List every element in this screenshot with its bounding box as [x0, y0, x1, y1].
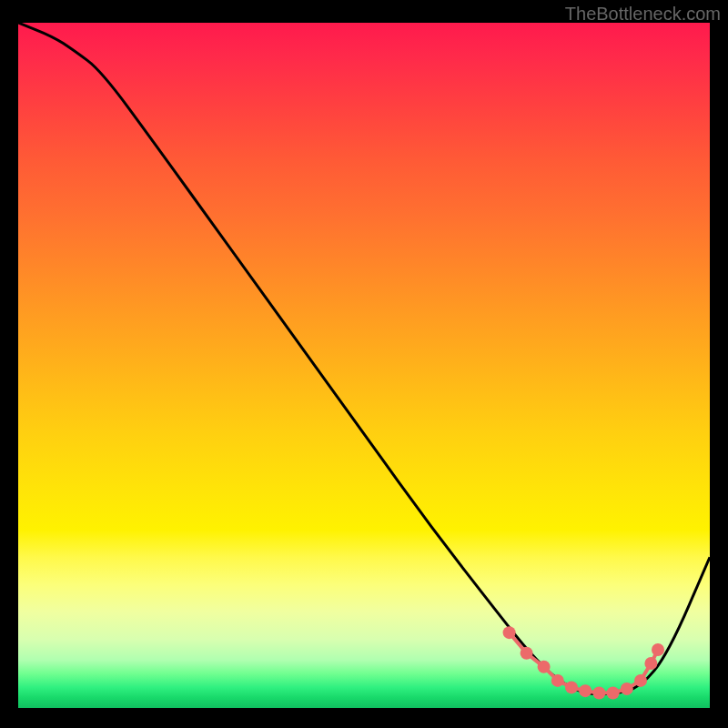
- watermark-text: TheBottleneck.com: [565, 4, 721, 25]
- chart-background-gradient: [18, 23, 710, 708]
- chart-plot-area: [18, 23, 710, 708]
